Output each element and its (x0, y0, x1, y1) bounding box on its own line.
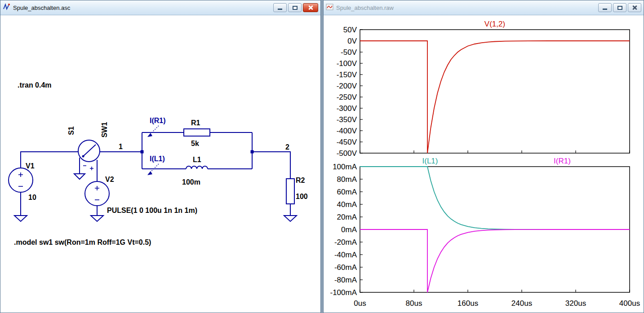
y-tick-label: -100V (337, 59, 357, 68)
y-tick-label: -40mA (334, 251, 357, 259)
schematic-minimize-button[interactable] (273, 3, 287, 12)
v1-value-label[interactable]: 10 (28, 194, 36, 201)
plot-pane-0[interactable] (360, 30, 630, 153)
r2-value-label[interactable]: 100 (296, 193, 308, 200)
schematic-window-title: Spule_abschalten.asc (13, 4, 272, 11)
r1-name-label[interactable]: R1 (191, 119, 200, 127)
schematic-window: Spule_abschalten.asc (0, 0, 321, 313)
r1-resistor-symbol[interactable] (184, 129, 210, 136)
current-probe-arrowhead-l1 (147, 171, 152, 175)
close-icon (308, 5, 313, 10)
l1-name-label[interactable]: L1 (193, 156, 201, 163)
waveform-maximize-button[interactable] (613, 3, 626, 12)
v2-value-label[interactable]: PULSE(1 0 100u 1n 1n 1m) (107, 207, 197, 214)
x-tick-label: 240us (511, 299, 532, 308)
trace-title-v12[interactable]: V(1,2) (484, 20, 505, 28)
node1-label: 1 (119, 143, 123, 150)
maximize-icon (293, 6, 298, 10)
r2-name-label[interactable]: R2 (296, 176, 305, 184)
y-tick-label: -80mA (334, 276, 357, 284)
current-l1-label[interactable]: I(L1) (150, 155, 165, 163)
v2-plus-mark (95, 186, 99, 190)
y-tick-label: 80mA (337, 175, 357, 184)
l1-value-label[interactable]: 100m (182, 178, 200, 186)
y-tick-label: -100mA (330, 288, 357, 297)
ltspice-schematic-icon (3, 3, 10, 13)
waveform-window-title: Spule_abschalten.raw (336, 4, 597, 11)
ground-symbol-r2[interactable] (284, 216, 297, 221)
waveform-titlebar[interactable]: Spule_abschalten.raw (324, 0, 644, 15)
model-directive[interactable]: .model sw1 sw(Ron=1m Roff=1G Vt=0.5) (14, 238, 151, 246)
y-tick-label: -150V (337, 71, 357, 79)
r2-resistor-symbol[interactable] (286, 179, 294, 204)
junction-node2-branch (251, 150, 254, 154)
schematic-svg: .tran 0.4m .model sw1 sw(Ron=1m Roff=1G … (0, 15, 320, 313)
y-tick-label: 0mA (341, 225, 357, 234)
y-tick-label: -200V (337, 82, 357, 90)
minimize-icon (603, 9, 607, 10)
x-tick-label: 0us (354, 299, 366, 308)
y-tick-label: -20mA (334, 238, 357, 247)
r1-value-label[interactable]: 5k (191, 140, 199, 147)
y-tick-label: 50V (343, 26, 357, 34)
x-tick-label: 160us (457, 299, 478, 308)
x-tick-label: 80us (406, 299, 422, 308)
v1-plus-mark (18, 172, 23, 177)
s1-model-label[interactable]: SW1 (101, 122, 108, 138)
y-tick-label: 0V (347, 37, 357, 45)
s1-control-plus-mark (90, 167, 93, 170)
v1-voltage-source-symbol[interactable] (9, 168, 33, 192)
s1-pivot-dot (82, 155, 84, 158)
schematic-canvas[interactable]: .tran 0.4m .model sw1 sw(Ron=1m Roff=1G … (0, 15, 320, 313)
current-probe-arrowhead-r1 (147, 133, 152, 137)
y-tick-label: -350V (337, 115, 357, 124)
y-tick-label: 60mA (337, 188, 357, 196)
ground-symbol-s1[interactable] (74, 174, 85, 179)
v2-voltage-source-symbol[interactable] (85, 181, 109, 206)
current-r1-label[interactable]: I(R1) (150, 117, 166, 124)
node2-label: 2 (285, 143, 289, 151)
ground-symbol-v1[interactable] (14, 216, 27, 221)
trace-title-il1[interactable]: I(L1) (422, 157, 438, 165)
ground-symbol-v2[interactable] (91, 216, 103, 221)
waveform-minimize-button[interactable] (598, 3, 612, 12)
junction-node1 (141, 150, 144, 154)
wires[interactable] (21, 132, 290, 216)
x-tick-label: 320us (565, 299, 586, 308)
waveform-svg: 50V0V-50V-100V-150V-200V-250V-300V-350V-… (324, 15, 644, 313)
l1-inductor-symbol[interactable] (186, 166, 208, 169)
x-tick-label: 400us (619, 299, 640, 308)
y-tick-label: -500V (337, 149, 357, 158)
schematic-maximize-button[interactable] (288, 3, 302, 12)
v2-name-label[interactable]: V2 (105, 176, 114, 183)
y-tick-label: 20mA (337, 213, 357, 221)
trace-title-ir1[interactable]: I(R1) (554, 157, 571, 165)
y-tick-label: -300V (337, 104, 357, 113)
schematic-titlebar[interactable]: Spule_abschalten.asc (0, 0, 320, 15)
maximize-icon (617, 6, 622, 10)
close-icon (632, 5, 637, 10)
y-tick-label: 40mA (337, 200, 357, 209)
y-tick-label: -250V (337, 93, 357, 101)
y-tick-label: -400V (337, 127, 357, 135)
waveform-file-icon (326, 3, 333, 13)
waveform-close-button[interactable] (628, 3, 641, 12)
waveform-window: Spule_abschalten.raw 50V0V-50V-100V-150V… (323, 0, 644, 313)
waveform-canvas[interactable]: 50V0V-50V-100V-150V-200V-250V-300V-350V-… (324, 15, 644, 313)
s1-switch-arm (83, 145, 96, 156)
minimize-icon (278, 9, 282, 10)
y-tick-label: 100mA (333, 163, 357, 171)
v1-name-label[interactable]: V1 (26, 162, 35, 170)
schematic-close-button[interactable] (303, 3, 318, 12)
s1-name-label[interactable]: S1 (67, 126, 75, 135)
y-tick-label: -450V (337, 138, 357, 146)
y-tick-label: -50V (341, 48, 357, 57)
y-tick-label: -60mA (334, 263, 357, 272)
tran-directive[interactable]: .tran 0.4m (18, 81, 52, 89)
